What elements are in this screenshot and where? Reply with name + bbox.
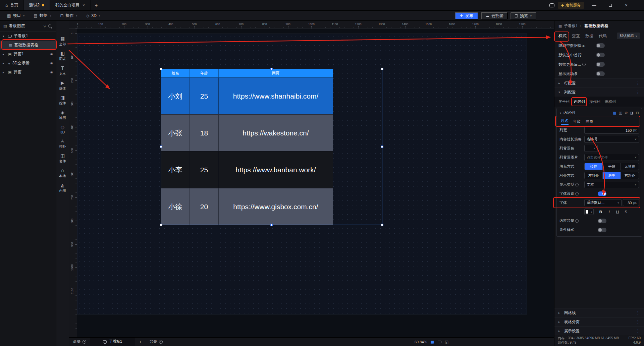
expand-icon[interactable]: ◱ bbox=[445, 340, 448, 344]
palette-item-topology[interactable]: ◬拓扑 bbox=[59, 138, 66, 149]
board-tab[interactable]: 子看板1 bbox=[90, 338, 135, 346]
minimize-button[interactable]: — bbox=[588, 0, 600, 11]
more-options-icon[interactable]: ⋮ bbox=[636, 320, 640, 324]
selection-handle-bottom-mid[interactable] bbox=[270, 224, 273, 226]
cloud-host-button[interactable]: ☁ 云托管 bbox=[481, 12, 508, 19]
grid-toggle-icon[interactable]: ▦ bbox=[430, 340, 434, 344]
section-col-config[interactable]: ▾ 列配置 ⋮ bbox=[554, 88, 644, 97]
show-scrollbar-toggle[interactable] bbox=[596, 71, 605, 76]
maximize-button[interactable] bbox=[604, 0, 616, 11]
add-board-button[interactable]: + bbox=[135, 339, 146, 345]
strikethrough-button[interactable]: S bbox=[624, 210, 628, 214]
selection-handle-mid-left[interactable] bbox=[160, 146, 162, 148]
palette-item-beta[interactable]: ◭内测 bbox=[59, 183, 66, 193]
menu-actions[interactable]: ⊞ 操作 ∨ bbox=[56, 11, 82, 20]
content-bg-toggle[interactable] bbox=[598, 219, 606, 223]
fill-tile-option[interactable]: 平铺 bbox=[603, 163, 621, 170]
palette-item-3d[interactable]: ◇3D bbox=[60, 125, 65, 134]
menu-data[interactable]: ▤ 数据 ∨ bbox=[29, 11, 56, 20]
visibility-eye-icon[interactable]: ◉ bbox=[50, 53, 53, 56]
align-right-option[interactable]: 右对齐 bbox=[621, 172, 639, 179]
publish-button[interactable]: ✈ 发布 bbox=[455, 12, 478, 19]
col-bg-color-select[interactable]: ∨ bbox=[584, 145, 598, 152]
selection-handle-top-mid[interactable] bbox=[270, 68, 273, 70]
section-gridlines[interactable]: ▸ 网格线 ⋮ bbox=[554, 308, 644, 317]
tab-test2[interactable]: 测试2 bbox=[24, 0, 50, 10]
chat-bubble-icon[interactable] bbox=[549, 3, 554, 7]
preview-button[interactable]: 预览 ∨ bbox=[511, 12, 536, 19]
palette-item-charts[interactable]: ◧图表 bbox=[59, 51, 66, 61]
table-icon[interactable]: ▦ bbox=[613, 111, 616, 115]
fit-screen-icon[interactable] bbox=[438, 341, 441, 343]
more-options-icon[interactable]: ⋮ bbox=[636, 90, 640, 95]
palette-item-media[interactable]: ▶媒体 bbox=[59, 80, 66, 91]
col-width-input[interactable]: 150 px bbox=[584, 127, 639, 134]
font-color-picker[interactable]: ∨ bbox=[584, 209, 594, 215]
select-first-row-toggle[interactable] bbox=[596, 53, 605, 57]
target-icon[interactable] bbox=[83, 340, 86, 344]
tab-close-icon[interactable]: × bbox=[83, 3, 85, 8]
chevron-right-icon[interactable]: ▸ bbox=[3, 62, 6, 65]
visibility-eye-icon[interactable]: ◉ bbox=[50, 62, 53, 65]
align-center-option[interactable]: 居中 bbox=[603, 172, 621, 179]
target-icon[interactable] bbox=[159, 340, 163, 344]
tab-checkbox-column[interactable]: 选框列 bbox=[605, 99, 616, 104]
underline-button[interactable]: U bbox=[615, 210, 620, 214]
tab-style[interactable]: 样式 bbox=[558, 33, 567, 39]
chevron-right-icon[interactable]: ▸ bbox=[3, 53, 6, 56]
tab-data[interactable]: 数据 bbox=[585, 33, 593, 39]
chip-age-column[interactable]: 年龄 bbox=[573, 119, 581, 124]
delete-icon[interactable]: ⊟ bbox=[636, 111, 639, 115]
foreground-group[interactable]: 前景 bbox=[69, 339, 90, 344]
tab-interaction[interactable]: 交互 bbox=[572, 33, 580, 39]
selection-handle-mid-right[interactable] bbox=[381, 146, 383, 148]
background-group[interactable]: 背景 bbox=[146, 339, 167, 344]
close-button[interactable]: × bbox=[620, 0, 633, 11]
selection-handle-top-left[interactable] bbox=[160, 68, 162, 70]
align-left-option[interactable]: 左对齐 bbox=[585, 172, 603, 179]
section-row-config[interactable]: ▸ 行配置 ⋮ bbox=[554, 78, 644, 88]
search-icon[interactable] bbox=[48, 24, 51, 27]
more-options-icon[interactable]: ⋮ bbox=[636, 310, 640, 315]
font-settings-toggle[interactable] bbox=[598, 191, 606, 196]
filter-icon[interactable]: ▽ bbox=[44, 24, 46, 28]
tab-code[interactable]: 代码 bbox=[599, 33, 607, 39]
layer-item-subboard[interactable]: ▾ 子看板1 bbox=[0, 32, 56, 41]
italic-button[interactable]: I bbox=[607, 210, 611, 214]
add-icon[interactable]: ⊕ bbox=[625, 111, 628, 115]
col-bg-image-select[interactable]: 点击选择文件 ∨ bbox=[584, 154, 639, 161]
display-type-select[interactable]: 文本 ∨ bbox=[584, 181, 639, 188]
selection-handle-bottom-right[interactable] bbox=[381, 224, 383, 226]
breadcrumb-parent[interactable]: 子看板1 bbox=[564, 23, 578, 28]
layer-item-popup[interactable]: ▸ ▣ 弹窗 ◉ bbox=[0, 68, 56, 77]
layer-item-basic-table[interactable]: ▦ 基础数据表格 bbox=[0, 41, 56, 50]
tab-blank-project[interactable]: 我的空白项目 × bbox=[50, 0, 91, 10]
custom-service-badge[interactable]: ◆ 定制服务 bbox=[558, 2, 584, 9]
fill-stretch-option[interactable]: 拉伸 bbox=[585, 163, 603, 170]
palette-item-kits[interactable]: ◫套件 bbox=[59, 153, 66, 164]
tab-serial-column[interactable]: 序号列 bbox=[558, 99, 570, 104]
palette-item-local[interactable]: ⌂本地 bbox=[59, 168, 66, 178]
font-size-input[interactable]: 30 px bbox=[623, 199, 639, 206]
palette-item-map[interactable]: ◈地图 bbox=[59, 110, 66, 120]
menu-project[interactable]: ▦ 项目 ∨ bbox=[3, 11, 29, 20]
menu-3d[interactable]: ◇ 3D ∨ bbox=[82, 11, 105, 20]
chevron-down-icon[interactable]: ▾ bbox=[3, 35, 6, 38]
bold-button[interactable]: B bbox=[598, 210, 603, 214]
palette-item-text[interactable]: T文本 bbox=[59, 66, 66, 76]
selection-handle-top-right[interactable] bbox=[381, 68, 383, 70]
overflow-strategy-select[interactable]: 省略号 ∨ bbox=[584, 136, 639, 143]
chip-webpage-column[interactable]: 网页 bbox=[586, 119, 593, 124]
layer-item-popup1[interactable]: ▸ ▣ 弹窗1 ◉ bbox=[0, 50, 56, 59]
font-family-select[interactable]: 系统默认... ∨ bbox=[584, 199, 622, 206]
state-select[interactable]: 默认状态 ∨ bbox=[617, 33, 640, 39]
layer-item-3d-scene[interactable]: ▸ ● 3D空场景 ◉ bbox=[0, 59, 56, 68]
chip-name-column[interactable]: 姓名 bbox=[561, 118, 569, 125]
chevron-right-icon[interactable]: ▸ bbox=[3, 71, 6, 74]
more-options-icon[interactable]: ⋮ bbox=[636, 329, 640, 333]
copy-icon[interactable]: ◫ bbox=[619, 111, 622, 115]
palette-item-widgets[interactable]: ◨控件 bbox=[59, 95, 66, 106]
selection-handle-bottom-left[interactable] bbox=[160, 224, 162, 226]
after-data-update-toggle[interactable] bbox=[596, 62, 605, 67]
tab-action-column[interactable]: 操作列 bbox=[589, 99, 600, 104]
